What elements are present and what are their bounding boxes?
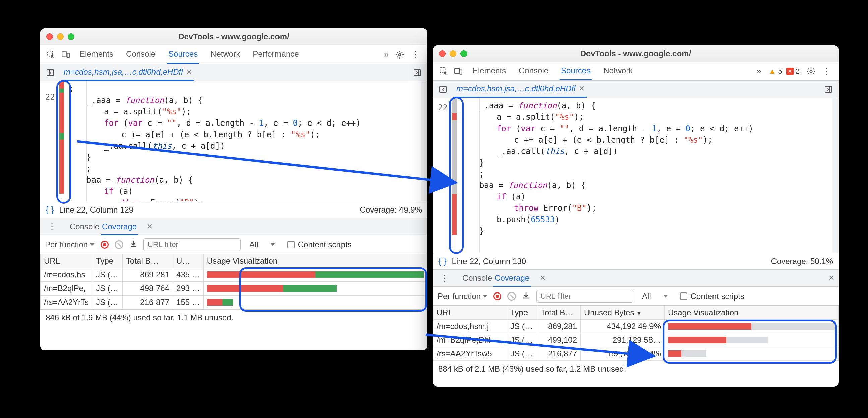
table-row[interactable]: /rs=AA2YrTsw5JS (…216,877152,739 70.4%	[433, 347, 838, 361]
table-row[interactable]: /rs=AA2YrTsJS (…216 877155 …	[40, 295, 427, 309]
drawer-tab-coverage[interactable]: Coverage	[493, 270, 531, 287]
tab-elements[interactable]: Elements	[79, 45, 115, 64]
close-icon[interactable]: ✕	[186, 68, 192, 76]
close-drawer-icon[interactable]: ✕	[829, 274, 835, 282]
panel-toggle-right-icon[interactable]	[410, 66, 424, 79]
inspect-icon[interactable]	[44, 48, 58, 61]
close-icon[interactable]: ✕	[539, 274, 546, 282]
close-icon[interactable]: ✕	[579, 84, 585, 93]
panel-toggle-left-icon[interactable]	[43, 66, 57, 79]
code-line: throw Error("B");	[69, 197, 427, 201]
file-tab[interactable]: m=cdos,hsm,jsa,…c,dtl0hd,eHDfl ✕	[62, 64, 194, 81]
coverage-table-wrap: URLTypeTotal B…Unused Bytes ▼Usage Visua…	[433, 306, 838, 361]
tab-elements[interactable]: Elements	[471, 62, 507, 80]
table-row[interactable]: /m=B2qlPe,JS (…498 764293 …	[40, 282, 427, 295]
download-icon[interactable]	[522, 291, 530, 301]
table-header[interactable]: Type	[93, 254, 123, 268]
scrollbar-thumb[interactable]	[422, 83, 427, 87]
more-tabs-icon[interactable]: »	[754, 66, 764, 76]
minimize-icon[interactable]	[57, 33, 64, 40]
tab-console[interactable]: Console	[518, 62, 550, 80]
panel-toggle-right-icon[interactable]	[822, 83, 835, 96]
kebab-menu-icon[interactable]: ⋮	[408, 49, 423, 60]
tab-network[interactable]: Network	[209, 45, 241, 64]
file-tab-row: m=cdos,hsm,jsa,…c,dtl0hd,eHDfl ✕	[40, 64, 427, 81]
clear-icon[interactable]	[507, 292, 516, 301]
gear-icon[interactable]	[393, 48, 406, 61]
type-filter-dropdown[interactable]: All	[642, 291, 668, 301]
table-header[interactable]: Type	[507, 306, 537, 320]
code-line: }	[462, 225, 838, 237]
code-line: if (a)	[462, 191, 838, 203]
drawer-menu-icon[interactable]: ⋮	[44, 221, 60, 232]
table-row[interactable]: /m=B2qlPe,DhlJS (…499,102291,129 58…	[433, 333, 838, 347]
device-icon[interactable]	[452, 65, 465, 78]
coverage-mode-dropdown[interactable]: Per function	[438, 291, 487, 301]
gear-icon[interactable]	[804, 65, 818, 78]
tab-network[interactable]: Network	[602, 62, 634, 80]
drawer-tabstrip: ⋮ ConsoleCoverage ✕ ✕	[433, 269, 838, 287]
code-line: _.aa.call(this, c + a[d])	[69, 140, 427, 151]
content-scripts-checkbox[interactable]: Content scripts	[680, 291, 744, 301]
scrollbar-thumb[interactable]	[833, 99, 838, 103]
table-header[interactable]: Usage Visualization	[204, 254, 427, 268]
clear-icon[interactable]	[115, 240, 123, 249]
close-icon[interactable]	[439, 50, 446, 57]
svg-rect-9	[455, 68, 460, 73]
coverage-mode-dropdown[interactable]: Per function	[45, 240, 94, 249]
tab-console[interactable]: Console	[125, 45, 157, 64]
coverage-status: Coverage: 50.1%	[771, 257, 833, 266]
url-filter-input[interactable]	[536, 290, 633, 303]
download-icon[interactable]	[129, 240, 137, 250]
coverage-toolbar: Per function All Content scripts	[433, 287, 838, 306]
warnings-badge[interactable]: ▲5	[769, 67, 782, 76]
errors-badge[interactable]: ✕2	[786, 67, 800, 76]
tab-sources[interactable]: Sources	[560, 62, 592, 80]
pretty-print-icon[interactable]: { }	[438, 256, 447, 267]
minimize-icon[interactable]	[450, 50, 457, 57]
close-icon[interactable]	[46, 33, 53, 40]
device-icon[interactable]	[59, 48, 72, 61]
table-header[interactable]: URL	[433, 306, 507, 320]
table-header[interactable]: Unused Bytes ▼	[581, 306, 664, 320]
drawer-tab-console[interactable]: Console	[68, 218, 100, 235]
code-line: a = a.split("%s");	[462, 111, 838, 123]
more-tabs-icon[interactable]: »	[382, 49, 392, 60]
kebab-menu-icon[interactable]: ⋮	[819, 66, 835, 76]
table-row[interactable]: /m=cdos,hsm,jJS (…869,281434,192 49.9%	[433, 320, 838, 333]
status-bar: { } Line 22, Column 129 Coverage: 49.9%	[40, 201, 427, 218]
pretty-print-icon[interactable]: { }	[45, 205, 54, 215]
code-line: throw Error("B");	[462, 203, 838, 214]
tab-performance[interactable]: Performance	[251, 45, 300, 64]
main-tabstrip: ElementsConsoleSourcesNetworkPerformance…	[40, 45, 427, 64]
table-header[interactable]: URL	[40, 254, 93, 268]
code-content[interactable]: ;_.aaa = function(a, b) {a = a.split("%s…	[66, 81, 427, 201]
table-header[interactable]: Usage Visualization	[664, 306, 838, 320]
record-icon[interactable]	[100, 241, 108, 249]
table-header[interactable]: U…	[173, 254, 204, 268]
maximize-icon[interactable]	[461, 50, 467, 57]
window-title: DevTools - www.google.com/	[40, 32, 427, 41]
code-line: b.push(65533)	[462, 214, 838, 225]
code-content[interactable]: _.aaa = function(a, b) {a = a.split("%s"…	[459, 98, 838, 253]
drawer-tab-console[interactable]: Console	[461, 270, 493, 287]
table-header[interactable]: Total B…	[123, 254, 173, 268]
maximize-icon[interactable]	[68, 33, 74, 40]
file-tab[interactable]: m=cdos,hsm,jsa,…c,dtl0hd,eHDfl ✕	[455, 81, 587, 98]
code-line: ;	[69, 83, 427, 95]
table-header[interactable]: Total B…	[537, 306, 581, 320]
close-icon[interactable]: ✕	[147, 222, 153, 231]
content-scripts-checkbox[interactable]: Content scripts	[287, 240, 351, 249]
table-row[interactable]: /m=cdos,hsJS (…869 281435 …	[40, 268, 427, 282]
url-filter-input[interactable]	[144, 238, 241, 251]
svg-rect-10	[460, 70, 462, 74]
record-icon[interactable]	[493, 292, 501, 300]
type-filter-dropdown[interactable]: All	[249, 240, 275, 249]
drawer-menu-icon[interactable]: ⋮	[437, 273, 453, 283]
svg-point-11	[810, 70, 812, 72]
code-line: ;	[69, 163, 427, 174]
drawer-tab-coverage[interactable]: Coverage	[100, 218, 138, 235]
panel-toggle-left-icon[interactable]	[436, 83, 450, 96]
inspect-icon[interactable]	[437, 65, 451, 78]
tab-sources[interactable]: Sources	[167, 45, 199, 64]
